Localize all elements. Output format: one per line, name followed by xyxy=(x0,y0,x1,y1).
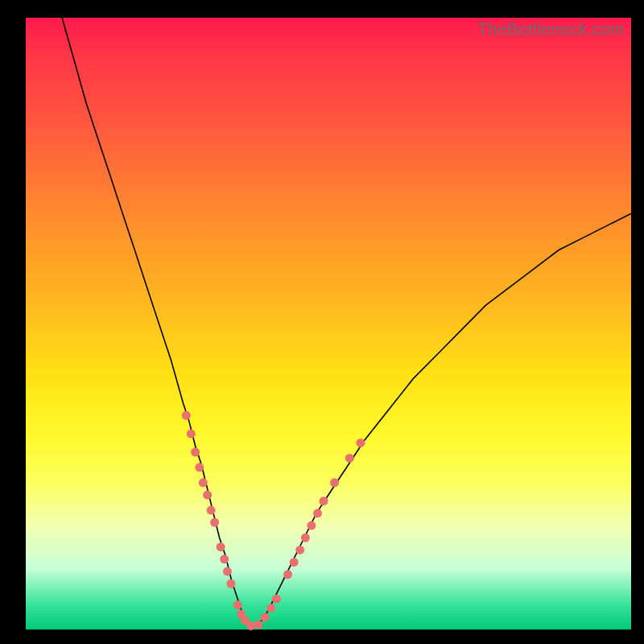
curve-marker xyxy=(233,601,242,609)
curve-svg xyxy=(26,18,631,630)
curve-marker xyxy=(191,448,200,456)
curve-marker xyxy=(195,463,204,472)
curve-marker xyxy=(307,521,316,530)
curve-marker xyxy=(261,613,270,621)
curve-marker xyxy=(226,580,235,588)
curve-marker xyxy=(223,567,232,576)
curve-marker xyxy=(330,478,339,487)
curve-marker xyxy=(254,620,262,629)
bottleneck-curve xyxy=(62,18,631,626)
curve-marker xyxy=(187,429,196,438)
curve-marker xyxy=(290,558,299,567)
curve-marker xyxy=(272,595,281,604)
curve-marker xyxy=(266,604,275,613)
chart-frame: TheBottleneck.com xyxy=(0,0,644,644)
curve-marker xyxy=(356,439,365,448)
curve-marker xyxy=(220,555,229,564)
plot-area: TheBottleneck.com xyxy=(26,18,631,630)
curve-marker xyxy=(207,506,216,514)
curve-marker xyxy=(217,543,225,551)
curve-marker xyxy=(313,509,322,518)
curve-marker xyxy=(301,534,310,543)
curve-marker xyxy=(320,497,328,506)
curve-marker xyxy=(295,546,304,555)
curve-markers xyxy=(182,411,365,630)
curve-marker xyxy=(345,454,354,463)
curve-marker xyxy=(210,518,219,527)
curve-marker xyxy=(182,411,191,420)
curve-marker xyxy=(203,490,212,499)
curve-marker xyxy=(283,570,292,579)
curve-marker xyxy=(199,478,208,487)
